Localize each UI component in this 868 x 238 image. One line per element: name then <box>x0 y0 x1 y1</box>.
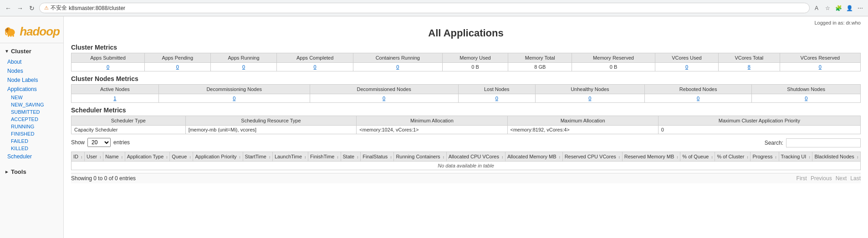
cluster-metrics-col-header: VCores Used <box>655 53 718 63</box>
cluster-metrics-value: 0 <box>655 63 718 71</box>
reload-button[interactable]: ↻ <box>27 4 36 13</box>
sidebar-item-finished[interactable]: FINISHED <box>0 130 63 137</box>
applications-table: ID ↕User ↕Name ↕Application Type ↕Queue … <box>71 152 861 170</box>
pagination: First Previous Next Last <box>797 175 861 182</box>
profile-icon[interactable]: 👤 <box>845 4 853 12</box>
cluster-nodes-col-header: Shutdown Nodes <box>752 85 861 94</box>
cluster-metrics-col-header: Memory Used <box>442 53 508 63</box>
forward-button[interactable]: → <box>15 4 25 13</box>
data-table-col-header[interactable]: LaunchTime ↕ <box>272 152 308 162</box>
sidebar-item-new[interactable]: NEW <box>0 94 63 101</box>
cluster-metrics-value: 0 <box>780 63 860 71</box>
scheduler-col-header: Scheduler Type <box>71 116 186 126</box>
showing-entries-text: Showing 0 to 0 of 0 entries <box>71 175 136 182</box>
data-table-col-header[interactable]: State ↕ <box>341 152 361 162</box>
entries-select[interactable]: 102050100 <box>87 138 111 147</box>
next-page-link[interactable]: Next <box>836 175 847 182</box>
last-page-link[interactable]: Last <box>850 175 861 182</box>
data-table-col-header[interactable]: StartTime ↕ <box>243 152 272 162</box>
search-input[interactable] <box>786 138 861 147</box>
address-bar[interactable]: ⚠ 不安全 k8smaster:8088/cluster <box>39 3 810 13</box>
sidebar-item-killed[interactable]: KILLED <box>0 145 63 152</box>
sidebar-item-running[interactable]: RUNNING <box>0 123 63 130</box>
sidebar-item-about[interactable]: About <box>0 57 63 66</box>
scheduler-value: [memory-mb (unit=Mi), vcores] <box>185 126 357 134</box>
font-icon[interactable]: A <box>812 4 821 12</box>
cluster-metrics-col-header: VCores Total <box>719 53 780 63</box>
security-label: 不安全 <box>51 4 67 12</box>
previous-page-link[interactable]: Previous <box>811 175 832 182</box>
scheduler-value: 0 <box>658 126 860 134</box>
no-data-message: No data available in table <box>71 162 861 170</box>
sidebar-item-failed[interactable]: FAILED <box>0 137 63 145</box>
sort-icon: ↕ <box>269 155 271 159</box>
cluster-metrics-value: 0 B <box>572 63 655 71</box>
data-table-col-header[interactable]: % of Cluster ↕ <box>715 152 751 162</box>
sort-icon: ↕ <box>808 155 810 159</box>
data-table-col-header[interactable]: Application Type ↕ <box>125 152 170 162</box>
search-label: Search: <box>765 140 783 146</box>
scheduler-col-header: Minimum Allocation <box>357 116 507 126</box>
cluster-metrics-col-header: Apps Pending <box>144 53 210 63</box>
sidebar-item-new-saving[interactable]: NEW_SAVING <box>0 101 63 108</box>
sidebar-item-nodes[interactable]: Nodes <box>0 66 63 76</box>
first-page-link[interactable]: First <box>797 175 807 182</box>
data-table-col-header[interactable]: Name ↕ <box>103 152 125 162</box>
sort-icon: ↕ <box>559 155 561 159</box>
no-data-row: No data available in table <box>71 162 861 170</box>
cluster-metrics-value: 0 <box>71 63 145 71</box>
star-icon[interactable]: ☆ <box>823 4 832 12</box>
scheduler-value: Capacity Scheduler <box>71 126 186 134</box>
data-table-col-header[interactable]: Allocated CPU VCores ↕ <box>446 152 505 162</box>
hadoop-label: hadoop <box>20 25 60 39</box>
menu-icon[interactable]: ⋯ <box>856 4 864 12</box>
cluster-nodes-col-header: Active Nodes <box>71 85 159 94</box>
data-table-col-header[interactable]: Tracking UI ↕ <box>779 152 812 162</box>
data-table-col-header[interactable]: ID ↕ <box>71 152 85 162</box>
table-footer: Showing 0 to 0 of 0 entries First Previo… <box>71 173 861 183</box>
data-table-col-header[interactable]: Application Priority ↕ <box>193 152 243 162</box>
back-button[interactable]: ← <box>4 4 13 13</box>
data-table-col-header[interactable]: Reserved CPU VCores ↕ <box>562 152 622 162</box>
sort-icon: ↕ <box>239 155 241 159</box>
logged-in-text: Logged in as: dr.who <box>71 20 861 25</box>
cluster-metrics-col-header: Apps Submitted <box>71 53 145 63</box>
data-table-col-header[interactable]: Progress ↕ <box>751 152 779 162</box>
sidebar-item-node-labels[interactable]: Node Labels <box>0 76 63 85</box>
sort-icon: ↕ <box>166 155 168 159</box>
data-table-col-header[interactable]: Queue ↕ <box>170 152 193 162</box>
scheduler-value: <memory:8192, vCores:4> <box>507 126 658 134</box>
sidebar-item-applications[interactable]: Applications <box>0 85 63 94</box>
svg-rect-5 <box>8 35 9 37</box>
sidebar: hadoop ▼ Cluster About Nodes Node Labels… <box>0 16 64 238</box>
tools-section[interactable]: ► Tools <box>0 166 63 178</box>
cluster-nodes-col-header: Rebooted Nodes <box>644 85 752 94</box>
cluster-nodes-value: 0 <box>644 94 752 103</box>
sort-icon: ↕ <box>304 155 306 159</box>
data-table-col-header[interactable]: FinalStatus ↕ <box>361 152 394 162</box>
data-table-col-header[interactable]: FinishTime ↕ <box>308 152 341 162</box>
data-table-col-header[interactable]: Allocated Memory MB ↕ <box>505 152 563 162</box>
cluster-metrics-value: 0 <box>353 63 442 71</box>
data-table-col-header[interactable]: % of Queue ↕ <box>680 152 715 162</box>
data-table-col-header[interactable]: Running Containers ↕ <box>394 152 446 162</box>
sort-icon: ↕ <box>81 155 82 159</box>
cluster-nodes-value: 0 <box>458 94 535 103</box>
sort-icon: ↕ <box>390 155 392 159</box>
data-table-col-header[interactable]: User ↕ <box>85 152 103 162</box>
tools-label: Tools <box>11 168 26 175</box>
data-table-col-header[interactable]: Reserved Memory MB ↕ <box>622 152 680 162</box>
cluster-nodes-col-header: Decommissioning Nodes <box>158 85 310 94</box>
hadoop-elephant-icon <box>4 23 18 40</box>
sidebar-item-submitted[interactable]: SUBMITTED <box>0 108 63 116</box>
search-bar: Search: <box>765 138 861 147</box>
cluster-nodes-value: 0 <box>310 94 458 103</box>
sidebar-item-accepted[interactable]: ACCEPTED <box>0 116 63 123</box>
sidebar-item-scheduler[interactable]: Scheduler <box>0 152 63 161</box>
sort-icon: ↕ <box>857 155 858 159</box>
extensions-icon[interactable]: 🧩 <box>834 4 842 12</box>
data-table-col-header[interactable]: Blacklisted Nodes ↕ <box>812 152 861 162</box>
show-entries-control: Show 102050100 entries <box>71 138 130 147</box>
security-warning: ⚠ <box>44 5 49 11</box>
cluster-section[interactable]: ▼ Cluster <box>0 45 63 57</box>
